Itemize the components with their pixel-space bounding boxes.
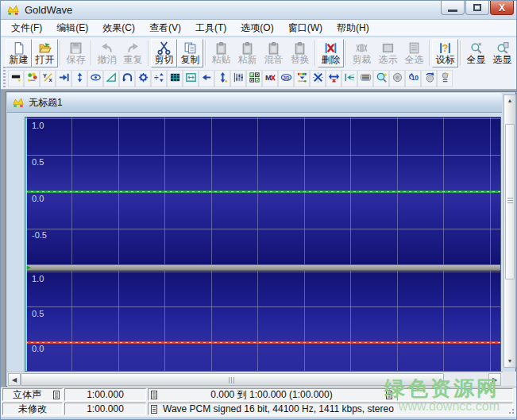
format-segment[interactable]: Wave PCM signed 16 bit, 44100 Hz, 1411 k… (148, 403, 513, 415)
menu-item-7[interactable]: 窗口(W) (281, 20, 330, 37)
waveform-display[interactable]: 1.00.50.0-0.5 1.00.50.0 (25, 117, 501, 372)
effect-button-vertical-adjust[interactable] (214, 70, 230, 87)
maximize-button[interactable] (465, 1, 489, 15)
menu-item-4[interactable]: 查看(V) (142, 20, 188, 37)
effect-button-eye[interactable] (87, 70, 103, 87)
scroll-right-button[interactable]: ▶ (488, 373, 501, 386)
grid-vline (257, 118, 258, 372)
toolbar-button-delete-x[interactable]: 删除 (318, 39, 344, 67)
document-title: 无标题1 (29, 96, 63, 110)
effect-button-mixer-table[interactable] (167, 70, 183, 87)
effect-button-stereo-3d[interactable]: 3D (278, 70, 294, 87)
menu-item-3[interactable]: 效果(C) (95, 20, 142, 37)
properties-icon[interactable] (53, 391, 60, 399)
menu-item-5[interactable]: 工具(T) (188, 20, 233, 37)
cut-scissors-icon (157, 41, 171, 55)
close-button[interactable]: X (490, 1, 514, 15)
effect-button-left-arrow[interactable] (199, 70, 214, 87)
svg-text:M: M (264, 74, 271, 82)
toolbar-button-set-marker[interactable]: ?设标 (432, 39, 458, 67)
horizontal-scrollbar-thumb[interactable] (21, 373, 444, 386)
menu-item-1[interactable]: 文件(F) (4, 20, 49, 37)
effect-button-loop-arrow[interactable] (421, 70, 437, 87)
effect-button-invert-arch[interactable] (119, 70, 135, 87)
toolbar-separator (91, 40, 92, 66)
menu-item-6[interactable]: 选项(O) (233, 20, 280, 37)
toolbar-button-label: 剪裁 (353, 55, 372, 65)
scroll-down-button[interactable]: ▼ (504, 356, 515, 367)
effect-button-rainbow-tape[interactable] (357, 70, 373, 87)
horizontal-scrollbar[interactable]: ◀ ▶ (7, 372, 503, 387)
channel-mode-segment[interactable]: 立体声 (2, 388, 63, 401)
right-channel-view[interactable]: 1.00.50.0 (25, 271, 501, 372)
scroll-up-button[interactable]: ▲ (504, 95, 515, 106)
toolbar-button-zoom-selection[interactable]: 选显 (489, 39, 515, 67)
properties-icon[interactable] (386, 391, 392, 399)
toolbar-button-label: 全选 (405, 55, 424, 65)
grid-hline (25, 272, 501, 272)
menu-item-2[interactable]: 编辑(E) (49, 20, 95, 37)
maximize-icon (473, 4, 481, 11)
effect-button-checkbox-matrix[interactable] (246, 70, 262, 87)
effect-button-mute-mx[interactable]: M (262, 70, 278, 87)
toolbar-button-zoom-all[interactable]: 全显 (463, 39, 489, 67)
save-floppy-icon (69, 41, 83, 55)
toolbar-button-new-file[interactable]: 新建 (6, 39, 32, 67)
toolbar-gripper[interactable] (3, 67, 6, 91)
main-toolbar: 新建打开保存撤消重复剪切复制粘贴粘新混音替换删除剪裁选示全选?设标全显选显上步 (1, 37, 516, 68)
mdi-workspace: 无标题1 1.00.50.0-0.5 1.00.50.0 ▲ ▼ (1, 90, 517, 387)
expression-yx-icon: Yx (42, 71, 54, 87)
total-length-segment[interactable]: 1:00.000 (64, 388, 146, 401)
scroll-left-button[interactable]: ◀ (8, 373, 21, 386)
toolbar-button-open-folder[interactable]: 打开 (32, 39, 58, 67)
menu-item-8[interactable]: 帮助(H) (330, 20, 376, 37)
effect-button-ramp-triangle[interactable] (103, 70, 119, 87)
effect-button-divide-shift[interactable]: ÷ (151, 70, 167, 87)
effect-button-zoom-lens[interactable] (373, 70, 389, 87)
properties-icon[interactable] (151, 405, 157, 414)
effects-toolbar: Yx÷M3D10 (1, 68, 516, 90)
set-marker-icon: ? (438, 41, 452, 55)
invert-arch-icon (122, 71, 133, 87)
effect-button-gear[interactable] (135, 70, 151, 87)
effect-button-noise-x[interactable] (310, 70, 326, 87)
document-titlebar[interactable]: 无标题1 (7, 93, 502, 113)
effect-button-fit-selection[interactable] (183, 70, 199, 87)
thumb-grip-icon (507, 198, 513, 204)
vertical-scrollbar[interactable]: ▲ ▼ (503, 94, 516, 368)
toolbar-button-copy-pages[interactable]: 复制 (177, 39, 203, 67)
effect-button-align-start[interactable] (341, 70, 357, 87)
properties-icon[interactable] (151, 391, 157, 399)
amplitude-label: 0.0 (32, 344, 44, 353)
menu-bar: 文件(F)编辑(E)效果(C)查看(V)工具(T)选项(O)窗口(W)帮助(H) (1, 19, 516, 37)
redo-icon (126, 41, 140, 55)
grid-hline (25, 306, 501, 307)
effect-button-stretch-remove[interactable] (326, 70, 341, 87)
minimize-button[interactable] (441, 1, 465, 15)
rainbow-tape-icon (360, 71, 372, 87)
toolbar-button-label: 撤消 (98, 55, 117, 65)
titlebar[interactable]: GoldWave X (1, 1, 516, 19)
channel-separator[interactable] (25, 264, 501, 271)
effect-button-expression-yx[interactable]: Yx (40, 70, 56, 87)
effect-button-effect-chain[interactable] (24, 70, 40, 87)
effect-button-spectrum-menu[interactable] (294, 70, 310, 87)
effect-button-equalizer-sliders[interactable] (230, 70, 246, 87)
effect-button-seek-end[interactable] (56, 70, 71, 87)
effect-button-knob[interactable] (389, 70, 405, 87)
effect-button-time-10[interactable]: 10 (405, 70, 421, 87)
resize-grip[interactable] (507, 407, 515, 414)
toolbar-button-paste-new-clipboard: 粘新 (234, 39, 260, 67)
effect-button-mic-level[interactable] (437, 70, 453, 87)
new-file-icon (12, 41, 25, 55)
selection-segment[interactable]: 0.000 到 1:00.000 (1:00.000) (148, 388, 395, 401)
effect-button-control-bar[interactable] (8, 70, 24, 87)
goldwave-doc-icon (12, 97, 25, 109)
align-start-icon (344, 71, 356, 87)
effect-button-expand-vertical[interactable] (71, 70, 87, 87)
vertical-scrollbar-thumb[interactable] (505, 124, 515, 279)
left-channel-view[interactable]: 1.00.50.0-0.5 (25, 118, 501, 265)
toolbar-button-cut-scissors[interactable]: 剪切 (151, 39, 177, 67)
amplitude-label: 1.0 (32, 121, 44, 130)
status-bar-top: 立体声 1:00.000 0.000 到 1:00.000 (1:00.000) (1, 387, 517, 402)
